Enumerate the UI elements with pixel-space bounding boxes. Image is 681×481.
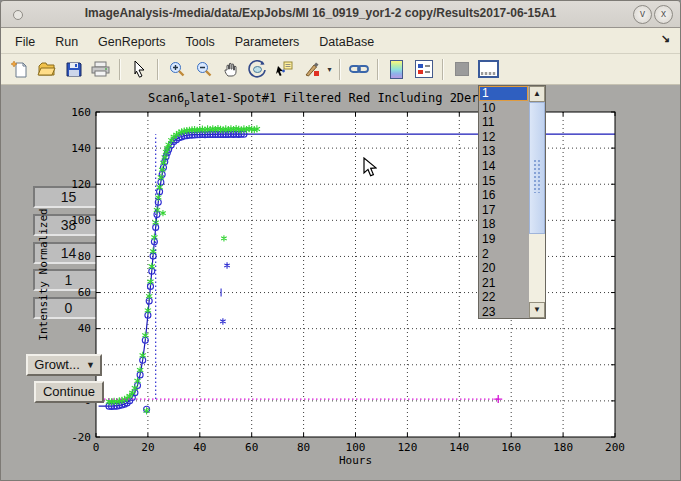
- titlebar[interactable]: ImageAnalysis-/media/data/ExpJobs/MI 16_…: [1, 1, 680, 28]
- zoom-out-icon: [195, 60, 213, 78]
- listbox-item[interactable]: 1: [479, 86, 528, 101]
- plot-title: Scan6plate1-Spot#1 Filtered Red Includin…: [148, 91, 522, 107]
- listbox-item[interactable]: 22: [479, 290, 528, 305]
- plot-tools-off-button[interactable]: [449, 57, 474, 82]
- data-cursor-button[interactable]: [272, 57, 297, 82]
- menu-item-file[interactable]: File: [7, 32, 43, 52]
- close-button[interactable]: x: [654, 5, 673, 24]
- rotate-3d-button[interactable]: [245, 57, 270, 82]
- toolbar: ▾: [1, 54, 680, 85]
- open-folder-icon: [37, 60, 56, 78]
- menu-item-run[interactable]: Run: [47, 32, 86, 52]
- listbox-item[interactable]: 19: [479, 232, 528, 247]
- toolbar-separator: [377, 59, 378, 80]
- svg-text:Hours: Hours: [339, 454, 372, 467]
- pointer-tool-button[interactable]: [126, 57, 151, 82]
- listbox-item[interactable]: 18: [479, 217, 528, 232]
- datatip-icon: [275, 60, 294, 78]
- svg-text:0: 0: [93, 441, 100, 454]
- menubar: FileRunGenReportsToolsParametersDataBase…: [1, 28, 680, 54]
- insert-colorbar-button[interactable]: [384, 57, 409, 82]
- scan-listbox[interactable]: 110111213141516171819220212223 ▲ ▼: [478, 85, 546, 319]
- svg-text:80: 80: [297, 441, 310, 454]
- listbox-item[interactable]: 11: [479, 115, 528, 130]
- printer-icon: [91, 60, 110, 78]
- svg-text:-20: -20: [71, 431, 91, 444]
- continue-button[interactable]: Continue: [34, 381, 104, 403]
- plot-canvas[interactable]: 020406080100120140160180200-200204060801…: [1, 85, 681, 481]
- svg-text:140: 140: [71, 142, 91, 155]
- app-window: ImageAnalysis-/media/data/ExpJobs/MI 16_…: [0, 0, 681, 481]
- svg-text:60: 60: [245, 441, 258, 454]
- svg-text:160: 160: [501, 441, 521, 454]
- plot-tools-off-icon: [455, 62, 469, 76]
- listbox-item[interactable]: 16: [479, 188, 528, 203]
- listbox-scrollbar[interactable]: ▲ ▼: [529, 86, 545, 318]
- listbox-item[interactable]: 21: [479, 276, 528, 291]
- legend-icon: [415, 60, 433, 78]
- listbox-item[interactable]: 23: [479, 305, 528, 319]
- insert-legend-button[interactable]: [411, 57, 436, 82]
- dock-figure-button[interactable]: [476, 57, 501, 82]
- svg-text:140: 140: [449, 441, 469, 454]
- svg-text:100: 100: [71, 214, 91, 227]
- window-title: ImageAnalysis-/media/data/ExpJobs/MI 16_…: [1, 6, 680, 20]
- rotate-3d-icon: [248, 60, 267, 78]
- toolbar-separator: [442, 59, 443, 80]
- new-file-button[interactable]: [7, 57, 32, 82]
- save-button[interactable]: [61, 57, 86, 82]
- toolbar-separator: [157, 59, 158, 80]
- svg-text:120: 120: [71, 178, 91, 191]
- figure-area: Scan6plate1-Spot#1 Filtered Red Includin…: [1, 85, 681, 481]
- menu-item-tools[interactable]: Tools: [178, 32, 223, 52]
- svg-text:100: 100: [346, 441, 366, 454]
- svg-text:40: 40: [193, 441, 206, 454]
- svg-text:200: 200: [605, 441, 625, 454]
- menu-item-genreports[interactable]: GenReports: [90, 32, 173, 52]
- zoom-in-icon: [168, 60, 186, 78]
- brush-tool-button[interactable]: [299, 57, 324, 82]
- svg-text:40: 40: [78, 322, 91, 335]
- menu-item-database[interactable]: DataBase: [311, 32, 382, 52]
- svg-text:60: 60: [78, 286, 91, 299]
- hand-icon: [222, 60, 240, 78]
- menu-overflow-icon[interactable]: ↘: [661, 32, 670, 45]
- zoom-in-button[interactable]: [164, 57, 189, 82]
- svg-text:160: 160: [71, 106, 91, 119]
- growth-menu-button[interactable]: Growt...▼: [26, 354, 102, 376]
- scrollbar-thumb[interactable]: [529, 102, 545, 234]
- brush-icon: [303, 60, 321, 78]
- listbox-item[interactable]: 15: [479, 174, 528, 189]
- shade-button[interactable]: v: [633, 5, 652, 24]
- pan-tool-button[interactable]: [218, 57, 243, 82]
- svg-text:Intensity Normalized: Intensity Normalized: [37, 208, 50, 340]
- listbox-item[interactable]: 14: [479, 159, 528, 174]
- new-file-icon: [11, 60, 29, 78]
- listbox-item[interactable]: 20: [479, 261, 528, 276]
- zoom-out-button[interactable]: [191, 57, 216, 82]
- listbox-item[interactable]: 10: [479, 101, 528, 116]
- scroll-up-icon[interactable]: ▲: [529, 86, 545, 102]
- listbox-item[interactable]: 17: [479, 203, 528, 218]
- chevron-down-icon: ▼: [86, 356, 95, 374]
- brush-menu-caret[interactable]: ▾: [325, 58, 334, 81]
- svg-text:80: 80: [78, 250, 91, 263]
- open-file-button[interactable]: [34, 57, 59, 82]
- svg-text:20: 20: [141, 441, 154, 454]
- listbox-item[interactable]: 13: [479, 144, 528, 159]
- link-plots-button[interactable]: [346, 57, 371, 82]
- menu-item-parameters[interactable]: Parameters: [227, 32, 308, 52]
- listbox-item[interactable]: 12: [479, 130, 528, 145]
- dock-figure-icon: [478, 60, 499, 78]
- listbox-item[interactable]: 2: [479, 247, 528, 262]
- svg-text:180: 180: [553, 441, 573, 454]
- arrow-cursor-icon: [131, 60, 147, 78]
- toolbar-separator: [119, 59, 120, 80]
- colorbar-icon: [390, 60, 403, 79]
- svg-text:120: 120: [397, 441, 417, 454]
- print-button[interactable]: [88, 57, 113, 82]
- link-chain-icon: [349, 60, 369, 78]
- toolbar-separator: [339, 59, 340, 80]
- scroll-down-icon[interactable]: ▼: [529, 302, 545, 318]
- save-floppy-icon: [65, 60, 83, 78]
